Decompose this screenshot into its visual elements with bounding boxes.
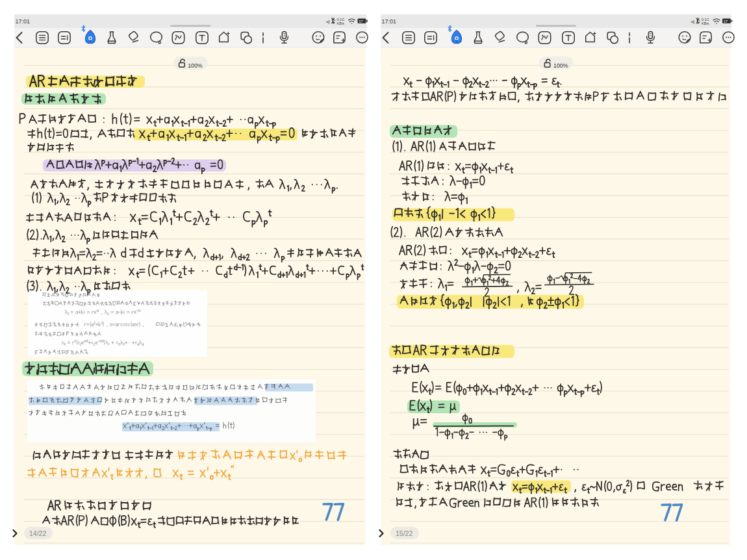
svg-text:⏿: ⏿ [690,18,694,25]
svg-text:0.1C: 0.1C [337,18,345,21]
svg-text:⏿: ⏿ [326,18,330,25]
svg-text:100%: 100% [188,62,203,69]
svg-text:KB/s: KB/s [702,21,709,25]
svg-text:15/22: 15/22 [396,529,412,537]
svg-text:KB/s: KB/s [337,21,345,25]
svg-text:17:01: 17:01 [382,18,397,25]
svg-text:17:01: 17:01 [16,18,31,25]
svg-text:17: 17 [359,19,363,23]
svg-text:17: 17 [724,19,728,23]
svg-text:100%: 100% [553,62,568,69]
svg-text:0.1C: 0.1C [702,18,709,21]
svg-text:14/22: 14/22 [29,529,46,537]
